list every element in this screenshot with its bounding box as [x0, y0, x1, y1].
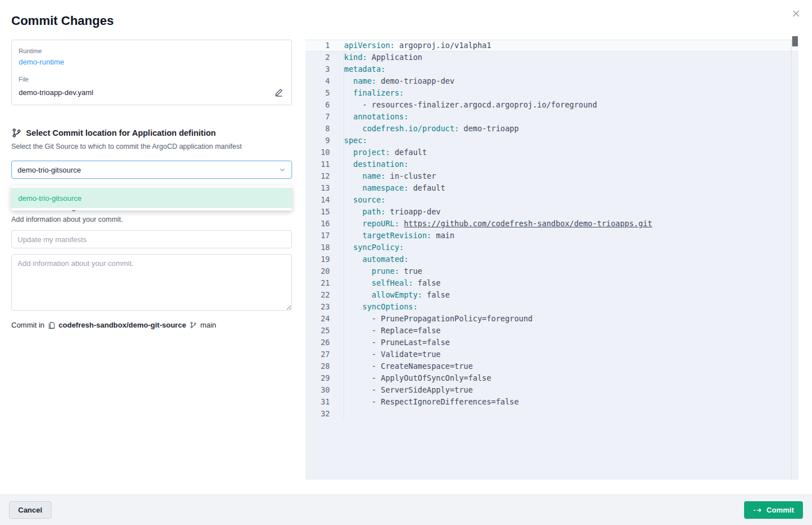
code-line: 19 automated: [306, 253, 798, 265]
git-branch-icon [190, 321, 197, 329]
line-number: 8 [306, 123, 330, 135]
line-number: 3 [306, 63, 330, 75]
code-line: 2kind: Application [306, 51, 798, 63]
runtime-file-box: Runtime demo-runtime File demo-trioapp-d… [11, 40, 292, 105]
code-line: 13 namespace: default [306, 182, 798, 194]
line-number: 14 [306, 194, 330, 206]
code-line: 15 path: trioapp-dev [306, 206, 798, 218]
code-line: 25 - Replace=false [306, 325, 798, 337]
code-line: 32 [306, 408, 798, 420]
code-line: 1apiVersion: argoproj.io/v1alpha1 [306, 40, 798, 51]
commit-description-textarea[interactable] [11, 254, 292, 311]
line-number: 30 [306, 384, 330, 396]
code-lines: 1apiVersion: argoproj.io/v1alpha12kind: … [306, 40, 798, 420]
code-line: 17 targetRevision: main [306, 230, 798, 242]
line-number: 19 [306, 253, 330, 265]
commit-in-repo: codefresh-sandbox/demo-git-source [59, 321, 186, 329]
line-number: 5 [306, 87, 330, 99]
git-source-select[interactable]: demo-trio-gitsource [11, 161, 292, 179]
commit-arrow-icon [753, 507, 762, 514]
close-icon[interactable] [789, 7, 803, 20]
edit-file-button[interactable] [273, 87, 285, 98]
line-number: 21 [306, 277, 330, 289]
git-source-dropdown: demo-trio-gitsource [11, 186, 292, 210]
line-number: 17 [306, 230, 330, 242]
left-panel: Runtime demo-runtime File demo-trioapp-d… [11, 40, 292, 329]
runtime-label: Runtime [19, 47, 285, 55]
line-number: 26 [306, 337, 330, 348]
dialog-footer: Cancel Commit [0, 494, 812, 525]
code-line: 12 name: in-cluster [306, 170, 798, 182]
code-line: 16 repoURL: https://github.com/codefresh… [306, 218, 798, 230]
file-label: File [19, 75, 285, 83]
commit-in-label: Commit in [11, 321, 45, 329]
dropdown-option[interactable]: demo-trio-gitsource [11, 188, 292, 208]
code-line: 14 source: [306, 194, 798, 206]
runtime-link[interactable]: demo-runtime [19, 57, 64, 67]
pencil-icon [274, 88, 283, 97]
line-number: 11 [306, 158, 330, 170]
code-line: 24 - PrunePropagationPolicy=foreground [306, 313, 798, 325]
code-line: 30 - ServerSideApply=true [306, 384, 798, 396]
code-line: 18 syncPolicy: [306, 242, 798, 253]
git-source-select-value: demo-trio-gitsource [18, 166, 81, 174]
code-line: 23 syncOptions: [306, 301, 798, 313]
code-line: 11 destination: [306, 158, 798, 170]
line-number: 25 [306, 325, 330, 337]
line-number: 15 [306, 206, 330, 218]
page-title: Commit Changes [11, 14, 114, 28]
chevron-down-icon [279, 166, 286, 173]
line-number: 31 [306, 396, 330, 408]
line-number: 13 [306, 182, 330, 194]
line-number: 4 [306, 75, 330, 87]
code-line: 6 - resources-finalizer.argocd.argoproj.… [306, 99, 798, 111]
git-source-icon [11, 128, 22, 138]
line-number: 23 [306, 301, 330, 313]
repo-url-link[interactable]: https://github.com/codefresh-sandbox/dem… [404, 219, 652, 228]
line-number: 9 [306, 135, 330, 147]
code-line: 22 allowEmpty: false [306, 289, 798, 301]
line-number: 12 [306, 170, 330, 182]
line-number: 6 [306, 99, 330, 111]
code-line: 27 - Validate=true [306, 348, 798, 360]
code-line: 4 name: demo-trioapp-dev [306, 75, 798, 87]
commit-summary-input[interactable] [11, 230, 292, 248]
commit-location-subheading: Select the Git Source to which to commit… [11, 143, 292, 150]
git-source-file-icon [48, 321, 55, 329]
commit-button[interactable]: Commit [744, 501, 803, 519]
line-number: 2 [306, 51, 330, 63]
code-line: 3metadata: [306, 63, 798, 75]
commit-in-branch: main [200, 321, 216, 329]
code-line: 9spec: [306, 135, 798, 147]
commit-in-row: Commit in codefresh-sandbox/demo-git-sou… [11, 321, 292, 329]
commit-message-subheading: Add information about your commit. [11, 216, 292, 223]
line-number: 16 [306, 218, 330, 230]
line-number: 27 [306, 348, 330, 360]
code-line: 5 finalizers: [306, 87, 798, 99]
code-line: 8 codefresh.io/product: demo-trioapp [306, 123, 798, 135]
yaml-editor[interactable]: 1apiVersion: argoproj.io/v1alpha12kind: … [306, 40, 798, 480]
line-number: 24 [306, 313, 330, 325]
commit-location-heading-row: Select Commit location for Application d… [11, 128, 292, 138]
line-number: 1 [306, 40, 330, 51]
line-number: 22 [306, 289, 330, 301]
line-number: 18 [306, 242, 330, 253]
line-number: 20 [306, 265, 330, 277]
line-number: 32 [306, 408, 330, 420]
commit-changes-dialog: Commit Changes Runtime demo-runtime File… [0, 0, 812, 525]
editor-scrollbar-thumb[interactable] [792, 36, 798, 46]
line-number: 28 [306, 360, 330, 372]
commit-location-heading: Select Commit location for Application d… [26, 128, 216, 137]
code-line: 29 - ApplyOutOfSyncOnly=false [306, 372, 798, 384]
line-number: 7 [306, 111, 330, 123]
cancel-button[interactable]: Cancel [9, 501, 51, 519]
line-number: 10 [306, 147, 330, 158]
code-line: 20 prune: true [306, 265, 798, 277]
code-line: 21 selfHeal: false [306, 277, 798, 289]
commit-button-label: Commit [767, 506, 794, 514]
code-line: 7 annotations: [306, 111, 798, 123]
code-line: 10 project: default [306, 147, 798, 158]
line-number: 29 [306, 372, 330, 384]
dropdown-options: demo-trio-gitsource [11, 188, 292, 208]
code-line: 28 - CreateNamespace=true [306, 360, 798, 372]
